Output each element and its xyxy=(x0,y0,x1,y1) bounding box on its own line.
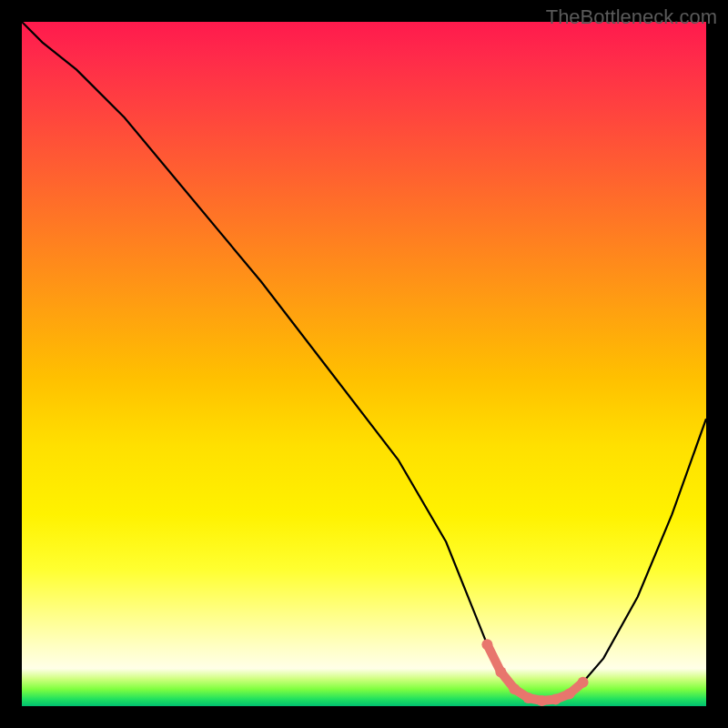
marker-dot xyxy=(481,639,492,650)
marker-dot xyxy=(551,694,561,705)
chart-plot-area xyxy=(22,22,706,706)
marker-dot xyxy=(537,695,548,706)
marker-dot xyxy=(564,689,575,700)
curve-line xyxy=(22,22,706,701)
marker-dot xyxy=(495,666,506,677)
marker-dots xyxy=(481,639,588,706)
marker-dot xyxy=(523,693,534,703)
marker-dot xyxy=(578,677,589,688)
watermark-text: TheBottleneck.com xyxy=(546,5,717,29)
chart-svg xyxy=(22,22,706,706)
marker-dot xyxy=(509,683,520,694)
